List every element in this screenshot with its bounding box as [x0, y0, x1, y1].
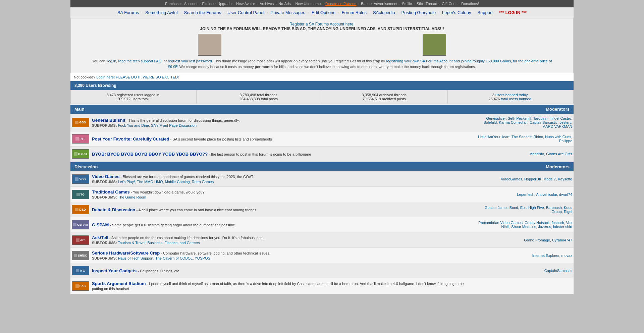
forum-moderators: CaptainSarcastic [472, 269, 572, 273]
section-name: Discussion [74, 164, 98, 169]
banner-link: Banner Advertisement [361, 2, 397, 6]
forum-moderators: Goatse James Bond, Epic High Five, Baron… [472, 206, 572, 214]
stat-registered: 3,473 registered users logged in. 209,97… [71, 90, 197, 104]
new-avatar-link: New Avatar [236, 2, 255, 6]
forum-row: BYOBBYOB: BYOB BYOB BOYB BBOY YOBB YBOB … [70, 147, 574, 162]
section-mods-label: Moderators [546, 164, 570, 169]
forum-info: C-SPAM - Some people get a rush from get… [92, 222, 472, 227]
forum-info: Traditional Games - You wouldn't downloa… [92, 189, 472, 199]
top-nav: Purchase: Account - Platinum Upgrade - N… [70, 0, 574, 7]
donate-link: Donate on Patreon [325, 2, 356, 6]
forum-title-link[interactable]: Inspect Your Gadgets [92, 268, 137, 273]
forum-row: SASSports Argument Stadium - I pride mys… [70, 278, 574, 294]
forum-row: GBSGeneral Bullshit - This is the genera… [70, 114, 574, 131]
forum-title-link[interactable]: General Bullshit [92, 118, 125, 123]
new-username-link: New Username [296, 2, 321, 6]
ad-small-text: You can: log in, read the tech support F… [87, 58, 557, 69]
login-excited-link[interactable]: Login here! PLEASE DO IT. WE'RE SO EXCIT… [96, 75, 179, 79]
forum-icon: SH/SC [72, 251, 89, 260]
not-cookied-text: Not cookied? [74, 75, 96, 79]
stat-threads: 3,780,498 total threads. 264,483,308 tot… [197, 90, 322, 104]
saclop-link[interactable]: SAclopedia [373, 10, 395, 15]
forum-icon: BYOB [72, 149, 89, 159]
register-link[interactable]: Register a SA Forums Account here! [289, 22, 355, 26]
support-link[interactable]: Support [477, 10, 493, 15]
something-awful-link[interactable]: Something Awful [145, 10, 178, 15]
forum-title-link[interactable]: Debate & Discussion [92, 207, 135, 212]
platinum-link: Platinum Upgrade [202, 2, 231, 6]
edit-options-link[interactable]: Edit Options [312, 10, 335, 15]
forum-row: VGSVideo Games - Blessed are we for the … [70, 171, 574, 187]
ad-images: img img [74, 34, 570, 56]
ad-area: Register a SA Forums Account here! JOINI… [70, 18, 574, 73]
donations-link: Donations! [461, 2, 479, 6]
forum-icon: D&D [72, 205, 89, 214]
forum-icon: TG [72, 190, 89, 199]
forum-row: D&DDebate & Discussion - A chill place w… [70, 202, 574, 217]
user-control-panel-link[interactable]: User Control Panel [227, 10, 264, 15]
forum-icon: PYF [72, 134, 89, 144]
stick-thread-link: Stick Thread [417, 2, 437, 6]
forum-row: SH/SCSerious Hardware/Software Crap - Co… [70, 248, 574, 263]
forum-info: Ask/Tell - Ask other people on the forum… [92, 235, 472, 245]
forum-info: Serious Hardware/Software Crap - Compute… [92, 251, 472, 260]
forum-moderators: VideoGames, HopperUK, Mode 7, Kaysette [472, 177, 572, 181]
search-forums-link[interactable]: Search the Forums [184, 10, 221, 15]
section-mods-label: Moderators [546, 107, 570, 112]
forum-info: BYOB: BYOB BYOB BOYB BBOY YOBB YBOB BBYO… [92, 152, 472, 157]
users-browsing-label: 8,390 Users Browsing [74, 83, 116, 88]
forum-icon: IYG [72, 266, 89, 275]
forum-moderators: Manifisto, Goons Are Gifts [472, 152, 572, 156]
section-header-discussion: DiscussionModerators [70, 162, 574, 171]
gift-cert-link: Gift Cert. [442, 2, 457, 6]
forum-title-link[interactable]: Serious Hardware/Software Crap [92, 251, 160, 256]
forum-moderators: Leperflesh, Antivehicular, dwarf74 [472, 192, 572, 197]
forum-rules-link[interactable]: Forum Rules [342, 10, 367, 15]
forum-title-link[interactable]: Post Your Favorite: Carefully Curated [92, 136, 169, 142]
forum-icon: GBS [72, 118, 89, 127]
section-header-main: MainModerators [70, 105, 574, 114]
users-browsing-bar: 8,390 Users Browsing [70, 81, 574, 90]
private-messages-link[interactable]: Private Messages [271, 10, 305, 15]
forum-title-link[interactable]: BYOB: BYOB BYOB BOYB BBOY YOBB YBOB BBYO… [92, 152, 208, 157]
forum-title-link[interactable]: C-SPAM [92, 222, 109, 227]
lepers-colony-link[interactable]: Leper's Colony [442, 10, 471, 15]
forum-moderators: Grand Fromage, Cyrano4747 [472, 238, 572, 242]
forum-title-link[interactable]: Sports Argument Stadium [92, 281, 146, 286]
smilie-link: Smilie [402, 2, 412, 6]
forum-moderators: HelloIAmYourHeart, The Saddest Rhino, Nu… [472, 135, 572, 143]
second-nav: SA Forums · Something Awful · Search the… [70, 7, 574, 18]
forum-subforums: SUBFORUMS: The Game Room [92, 195, 472, 199]
not-cookied-bar: Not cookied? Login here! PLEASE DO IT. W… [70, 73, 574, 81]
no-ads-link: No-Ads [278, 2, 291, 6]
forum-row: CSPAMC-SPAM - Some people get a rush fro… [70, 217, 574, 232]
forum-sections: MainModeratorsGBSGeneral Bullshit - This… [70, 105, 574, 294]
forum-title-link[interactable]: Traditional Games [92, 189, 130, 195]
forum-info: Debate & Discussion - A chill place wher… [92, 207, 472, 212]
forum-subforums: SUBFORUMS: Fuck You and Dine, SA's Front… [92, 123, 472, 127]
forum-title-link[interactable]: Ask/Tell [92, 235, 108, 240]
stat-archived: 3,358,964 archived threads. 79,564,519 a… [322, 90, 448, 104]
posting-gloryhole-link[interactable]: Posting Gloryhole [401, 10, 436, 15]
forum-info: Video Games - Blessed are we for the abu… [92, 174, 472, 184]
forum-icon: VGS [72, 174, 89, 184]
login-link[interactable]: *** LOG IN *** [499, 10, 527, 15]
section-name: Main [74, 107, 85, 112]
stat-banned: 3 users banned today. 26,476 total users… [448, 90, 574, 104]
forum-moderators: Genesplicer, Seth Pecksniff, Tarquinn, I… [472, 116, 572, 128]
forum-icon: SAS [72, 281, 89, 291]
forum-moderators: Precambrian Video Games, Crusty Nutsack,… [472, 221, 572, 229]
forum-row: TGTraditional Games - You wouldn't downl… [70, 187, 574, 202]
ad-image-left: img [198, 34, 221, 56]
forum-row: IYGInspect Your Gadgets - Cellphones, iT… [70, 263, 574, 278]
forum-info: General Bullshit - This is the general d… [92, 118, 472, 127]
forum-title-link[interactable]: Video Games [92, 174, 119, 179]
forum-info: Post Your Favorite: Carefully Curated - … [92, 136, 472, 142]
forum-row: A/TAsk/Tell - Ask other people on the fo… [70, 232, 574, 248]
sa-forums-link[interactable]: SA Forums [117, 10, 139, 15]
purchase-label: Purchase: [165, 2, 182, 6]
forum-subforums: SUBFORUMS: Tourism & Travel, Business, F… [92, 241, 472, 245]
ad-big-text: JOINING THE SA FORUMS WILL REMOVE THIS B… [74, 26, 570, 31]
forum-subforums: SUBFORUMS: Haus of Tech Support, The Cav… [92, 256, 472, 260]
forum-subforums: SUBFORUMS: Let's Play!, The MMO HMO, Mob… [92, 180, 472, 184]
